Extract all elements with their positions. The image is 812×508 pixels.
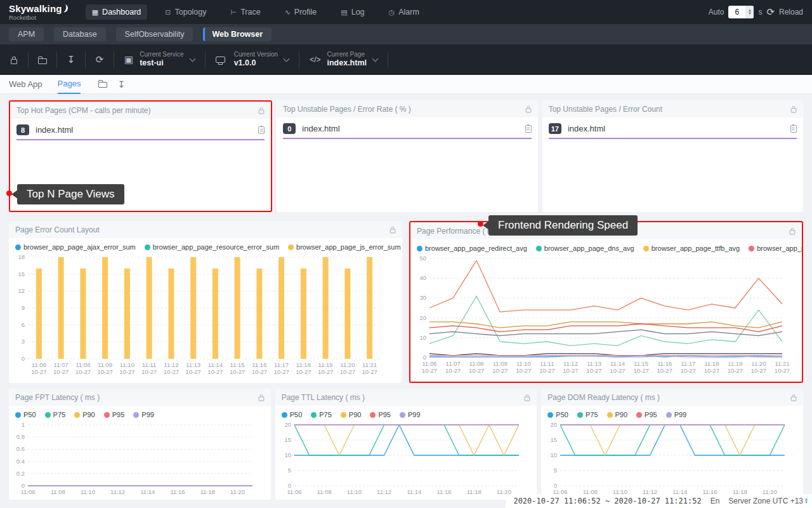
lock-icon[interactable] [0, 56, 28, 64]
auto-label: Auto [709, 8, 724, 17]
legend-item[interactable]: browser_app_page_dns_avg [536, 244, 634, 252]
nav-item-log[interactable]: ▤Log [334, 4, 370, 20]
lock-icon[interactable] [525, 109, 531, 113]
line-chart-dom-ready-latency[interactable]: 0510152011:0611:0811:1011:1211:1411:1611… [541, 420, 803, 500]
lock-icon[interactable] [259, 110, 265, 114]
legend-item[interactable]: P90 [607, 411, 628, 418]
legend-item[interactable]: browser_app_page_ttfb_avg [643, 244, 740, 252]
svg-text:15: 15 [284, 436, 291, 443]
current-page-selector[interactable]: </> Current Page index.html [299, 51, 388, 69]
svg-text:11:1510-27: 11:1510-27 [230, 361, 245, 375]
line-chart-ttl-latency[interactable]: 0510152011:0611:0811:1011:1211:1411:1611… [275, 420, 537, 500]
lock-icon[interactable] [791, 109, 797, 113]
selector-value: test-ui [140, 58, 183, 69]
line-chart-page-performance[interactable]: 0102030405011:0610-2711:0710-2711:0810-2… [410, 253, 802, 382]
tab-selfobservability[interactable]: SelfObservability [116, 27, 193, 41]
clipboard-icon[interactable] [790, 125, 797, 133]
language-toggle[interactable]: En [710, 497, 720, 505]
reload-icon[interactable]: ⟳ [766, 6, 775, 18]
series-dot [749, 246, 754, 251]
nav-item-topology[interactable]: ⊡Topology [159, 4, 213, 20]
refresh-icon[interactable]: ⟳ [86, 54, 114, 65]
lock-icon[interactable] [258, 397, 264, 401]
svg-text:11:1910-27: 11:1910-27 [728, 360, 743, 374]
series-dot [636, 412, 642, 418]
svg-text:30: 30 [419, 294, 426, 301]
nav-item-alarm[interactable]: ◷Alarm [383, 4, 426, 20]
lock-icon[interactable] [390, 229, 396, 234]
legend-item[interactable]: browser_app_page_js_error_sum [288, 243, 400, 251]
legend-item[interactable]: P95 [370, 411, 391, 418]
svg-text:12: 12 [18, 287, 25, 294]
legend-item[interactable]: P50 [282, 411, 303, 418]
folder-icon[interactable] [29, 56, 56, 64]
line-chart-fpt-latency[interactable]: 00.20.40.60.8111:0611:0811:1011:1211:141… [9, 420, 271, 500]
zone-stepper[interactable]: ▲▼ [804, 498, 808, 504]
legend-item[interactable]: browser_app_page_resource_error_sum [145, 243, 279, 251]
svg-text:11:0610-27: 11:0610-27 [31, 361, 46, 375]
nav-item-trace[interactable]: ⊢Trace [225, 4, 267, 20]
bar-chart-page-error-count[interactable]: 036912151811:0610-2711:0710-2711:0810-27… [9, 252, 402, 383]
svg-text:6: 6 [22, 321, 25, 328]
annotation-dot [478, 221, 483, 227]
svg-text:40: 40 [419, 274, 426, 281]
nav-item-profile[interactable]: ∿Profile [278, 4, 324, 20]
svg-text:11:1610-27: 11:1610-27 [252, 361, 267, 375]
chart-legend: browser_app_page_ajax_error_sum browser_… [9, 238, 402, 252]
svg-text:10: 10 [284, 451, 291, 458]
svg-text:11:0910-27: 11:0910-27 [97, 361, 112, 375]
svg-text:15: 15 [551, 436, 558, 443]
clipboard-icon[interactable] [525, 125, 532, 133]
profile-icon: ∿ [285, 8, 291, 17]
folder-icon[interactable] [98, 79, 107, 90]
lock-icon[interactable] [790, 231, 796, 235]
legend-item[interactable]: P75 [45, 411, 66, 418]
rank-bar [16, 139, 265, 140]
legend-item[interactable]: browser_app_page_tcp_avg [749, 244, 803, 252]
current-version-selector[interactable]: Current Version v1.0.0 [206, 51, 299, 69]
current-service-selector[interactable]: ▣ Current Service test-ui [114, 51, 205, 69]
tab-web-app[interactable]: Web App [9, 75, 43, 94]
legend-item[interactable]: browser_app_page_ajax_error_sum [15, 243, 136, 251]
tab-apm[interactable]: APM [9, 27, 44, 41]
legend-item[interactable]: browser_app_page_redirect_avg [417, 244, 527, 252]
tab-pages[interactable]: Pages [58, 75, 81, 94]
chevron-down-icon [189, 55, 195, 62]
auto-interval-input[interactable]: 6 ▲▼ [728, 6, 754, 18]
legend-item[interactable]: P99 [400, 411, 421, 418]
svg-text:10: 10 [551, 451, 558, 458]
legend-item[interactable]: P50 [15, 411, 36, 418]
legend-item[interactable]: P90 [341, 411, 362, 418]
legend-item[interactable]: P50 [547, 411, 568, 418]
lock-icon[interactable] [525, 397, 530, 401]
chart-legend: browser_app_page_redirect_avg browser_ap… [410, 239, 802, 253]
interval-stepper[interactable]: ▲▼ [745, 6, 754, 18]
legend-item[interactable]: P99 [133, 411, 154, 418]
clipboard-icon[interactable] [258, 126, 265, 134]
selector-label: Current Service [140, 51, 183, 59]
svg-text:11:1010-27: 11:1010-27 [119, 361, 134, 375]
svg-text:11:2110-27: 11:2110-27 [775, 360, 790, 374]
download-icon[interactable]: ↧ [117, 79, 125, 90]
lock-icon[interactable] [791, 397, 797, 401]
legend-item[interactable]: P90 [74, 411, 95, 418]
reload-label[interactable]: Reload [779, 8, 803, 17]
nav-item-dashboard[interactable]: ▦Dashboard [86, 4, 148, 20]
legend-item[interactable]: P95 [636, 411, 657, 418]
legend-item[interactable]: P95 [104, 411, 125, 418]
series-dot [666, 412, 672, 418]
series-dot [282, 412, 287, 418]
topology-icon: ⊡ [165, 8, 171, 17]
legend-item[interactable]: P75 [311, 411, 332, 418]
svg-text:11:06: 11:06 [20, 488, 35, 495]
time-range[interactable]: 2020-10-27 11:06:52 ~ 2020-10-27 11:21:5… [513, 497, 701, 505]
tab-database[interactable]: Database [54, 27, 106, 41]
annotation-dot [6, 190, 12, 196]
legend-item[interactable]: P99 [666, 411, 687, 418]
download-icon[interactable]: ↧ [57, 54, 85, 65]
tab-web-browser[interactable]: Web Browser [203, 27, 272, 41]
legend-item[interactable]: P75 [577, 411, 598, 418]
chart-legend: P50 P75 P90 P95 P99 [9, 406, 271, 420]
svg-text:20: 20 [551, 421, 558, 428]
page-name: index.html [568, 124, 784, 133]
